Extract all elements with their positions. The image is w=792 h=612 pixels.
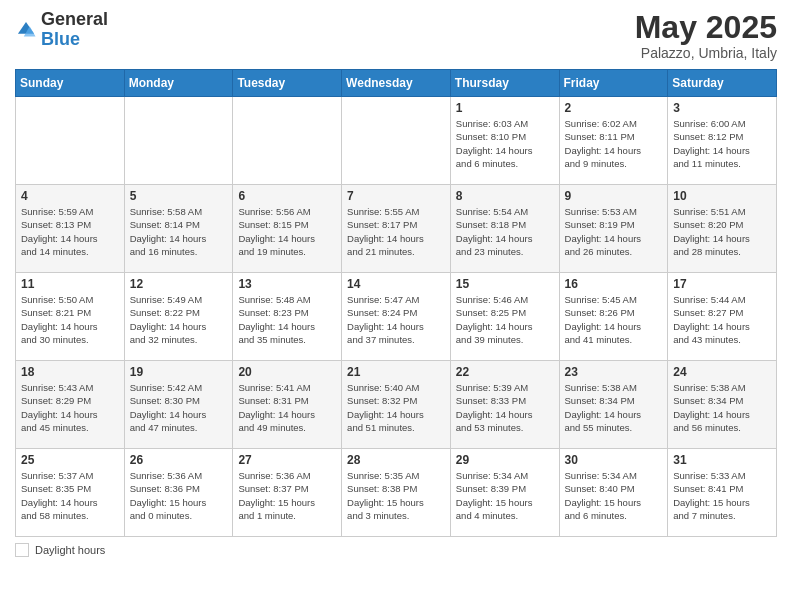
day-info: Sunrise: 5:42 AM Sunset: 8:30 PM Dayligh… — [130, 381, 228, 434]
day-number: 25 — [21, 453, 119, 467]
day-info: Sunrise: 5:39 AM Sunset: 8:33 PM Dayligh… — [456, 381, 554, 434]
day-cell: 22Sunrise: 5:39 AM Sunset: 8:33 PM Dayli… — [450, 361, 559, 449]
day-number: 17 — [673, 277, 771, 291]
day-cell: 28Sunrise: 5:35 AM Sunset: 8:38 PM Dayli… — [342, 449, 451, 537]
col-monday: Monday — [124, 70, 233, 97]
day-number: 22 — [456, 365, 554, 379]
day-number: 4 — [21, 189, 119, 203]
day-info: Sunrise: 5:46 AM Sunset: 8:25 PM Dayligh… — [456, 293, 554, 346]
day-number: 2 — [565, 101, 663, 115]
day-info: Sunrise: 5:35 AM Sunset: 8:38 PM Dayligh… — [347, 469, 445, 522]
day-number: 3 — [673, 101, 771, 115]
day-number: 5 — [130, 189, 228, 203]
day-cell: 8Sunrise: 5:54 AM Sunset: 8:18 PM Daylig… — [450, 185, 559, 273]
day-info: Sunrise: 5:47 AM Sunset: 8:24 PM Dayligh… — [347, 293, 445, 346]
day-cell: 10Sunrise: 5:51 AM Sunset: 8:20 PM Dayli… — [668, 185, 777, 273]
day-number: 12 — [130, 277, 228, 291]
day-info: Sunrise: 5:34 AM Sunset: 8:39 PM Dayligh… — [456, 469, 554, 522]
header: General Blue May 2025 Palazzo, Umbria, I… — [15, 10, 777, 61]
day-cell: 5Sunrise: 5:58 AM Sunset: 8:14 PM Daylig… — [124, 185, 233, 273]
day-cell: 6Sunrise: 5:56 AM Sunset: 8:15 PM Daylig… — [233, 185, 342, 273]
day-number: 24 — [673, 365, 771, 379]
day-cell: 17Sunrise: 5:44 AM Sunset: 8:27 PM Dayli… — [668, 273, 777, 361]
col-saturday: Saturday — [668, 70, 777, 97]
day-info: Sunrise: 5:59 AM Sunset: 8:13 PM Dayligh… — [21, 205, 119, 258]
daylight-box-icon — [15, 543, 29, 557]
day-cell: 15Sunrise: 5:46 AM Sunset: 8:25 PM Dayli… — [450, 273, 559, 361]
day-number: 18 — [21, 365, 119, 379]
header-row: Sunday Monday Tuesday Wednesday Thursday… — [16, 70, 777, 97]
day-cell: 25Sunrise: 5:37 AM Sunset: 8:35 PM Dayli… — [16, 449, 125, 537]
day-number: 19 — [130, 365, 228, 379]
day-cell: 21Sunrise: 5:40 AM Sunset: 8:32 PM Dayli… — [342, 361, 451, 449]
title-block: May 2025 Palazzo, Umbria, Italy — [635, 10, 777, 61]
day-cell: 29Sunrise: 5:34 AM Sunset: 8:39 PM Dayli… — [450, 449, 559, 537]
month-title: May 2025 — [635, 10, 777, 45]
day-cell: 24Sunrise: 5:38 AM Sunset: 8:34 PM Dayli… — [668, 361, 777, 449]
day-info: Sunrise: 5:53 AM Sunset: 8:19 PM Dayligh… — [565, 205, 663, 258]
week-row-2: 4Sunrise: 5:59 AM Sunset: 8:13 PM Daylig… — [16, 185, 777, 273]
day-cell: 26Sunrise: 5:36 AM Sunset: 8:36 PM Dayli… — [124, 449, 233, 537]
day-info: Sunrise: 5:40 AM Sunset: 8:32 PM Dayligh… — [347, 381, 445, 434]
day-number: 13 — [238, 277, 336, 291]
day-cell: 7Sunrise: 5:55 AM Sunset: 8:17 PM Daylig… — [342, 185, 451, 273]
day-info: Sunrise: 6:02 AM Sunset: 8:11 PM Dayligh… — [565, 117, 663, 170]
day-number: 28 — [347, 453, 445, 467]
day-number: 9 — [565, 189, 663, 203]
day-info: Sunrise: 5:36 AM Sunset: 8:36 PM Dayligh… — [130, 469, 228, 522]
day-info: Sunrise: 5:58 AM Sunset: 8:14 PM Dayligh… — [130, 205, 228, 258]
day-cell: 4Sunrise: 5:59 AM Sunset: 8:13 PM Daylig… — [16, 185, 125, 273]
day-number: 31 — [673, 453, 771, 467]
day-cell: 30Sunrise: 5:34 AM Sunset: 8:40 PM Dayli… — [559, 449, 668, 537]
logo-text: General Blue — [41, 10, 108, 50]
footer: Daylight hours — [15, 543, 777, 557]
daylight-label: Daylight hours — [35, 544, 105, 556]
day-cell: 18Sunrise: 5:43 AM Sunset: 8:29 PM Dayli… — [16, 361, 125, 449]
day-number: 1 — [456, 101, 554, 115]
day-cell: 9Sunrise: 5:53 AM Sunset: 8:19 PM Daylig… — [559, 185, 668, 273]
day-info: Sunrise: 5:51 AM Sunset: 8:20 PM Dayligh… — [673, 205, 771, 258]
col-friday: Friday — [559, 70, 668, 97]
col-wednesday: Wednesday — [342, 70, 451, 97]
day-cell: 3Sunrise: 6:00 AM Sunset: 8:12 PM Daylig… — [668, 97, 777, 185]
col-thursday: Thursday — [450, 70, 559, 97]
day-info: Sunrise: 5:38 AM Sunset: 8:34 PM Dayligh… — [673, 381, 771, 434]
calendar-body: 1Sunrise: 6:03 AM Sunset: 8:10 PM Daylig… — [16, 97, 777, 537]
week-row-3: 11Sunrise: 5:50 AM Sunset: 8:21 PM Dayli… — [16, 273, 777, 361]
page: General Blue May 2025 Palazzo, Umbria, I… — [0, 0, 792, 612]
day-number: 16 — [565, 277, 663, 291]
day-info: Sunrise: 5:43 AM Sunset: 8:29 PM Dayligh… — [21, 381, 119, 434]
day-cell: 16Sunrise: 5:45 AM Sunset: 8:26 PM Dayli… — [559, 273, 668, 361]
logo-blue: Blue — [41, 29, 80, 49]
day-cell — [233, 97, 342, 185]
day-info: Sunrise: 5:55 AM Sunset: 8:17 PM Dayligh… — [347, 205, 445, 258]
day-info: Sunrise: 5:37 AM Sunset: 8:35 PM Dayligh… — [21, 469, 119, 522]
day-info: Sunrise: 5:50 AM Sunset: 8:21 PM Dayligh… — [21, 293, 119, 346]
location-subtitle: Palazzo, Umbria, Italy — [635, 45, 777, 61]
day-number: 7 — [347, 189, 445, 203]
logo-icon — [15, 19, 37, 41]
col-tuesday: Tuesday — [233, 70, 342, 97]
day-number: 23 — [565, 365, 663, 379]
day-info: Sunrise: 5:56 AM Sunset: 8:15 PM Dayligh… — [238, 205, 336, 258]
day-number: 11 — [21, 277, 119, 291]
day-cell: 12Sunrise: 5:49 AM Sunset: 8:22 PM Dayli… — [124, 273, 233, 361]
day-number: 14 — [347, 277, 445, 291]
day-cell: 13Sunrise: 5:48 AM Sunset: 8:23 PM Dayli… — [233, 273, 342, 361]
day-number: 27 — [238, 453, 336, 467]
day-info: Sunrise: 5:34 AM Sunset: 8:40 PM Dayligh… — [565, 469, 663, 522]
day-info: Sunrise: 5:48 AM Sunset: 8:23 PM Dayligh… — [238, 293, 336, 346]
day-info: Sunrise: 5:33 AM Sunset: 8:41 PM Dayligh… — [673, 469, 771, 522]
day-number: 20 — [238, 365, 336, 379]
day-info: Sunrise: 5:54 AM Sunset: 8:18 PM Dayligh… — [456, 205, 554, 258]
day-number: 10 — [673, 189, 771, 203]
week-row-5: 25Sunrise: 5:37 AM Sunset: 8:35 PM Dayli… — [16, 449, 777, 537]
day-cell — [16, 97, 125, 185]
day-cell: 20Sunrise: 5:41 AM Sunset: 8:31 PM Dayli… — [233, 361, 342, 449]
day-cell: 2Sunrise: 6:02 AM Sunset: 8:11 PM Daylig… — [559, 97, 668, 185]
day-info: Sunrise: 5:38 AM Sunset: 8:34 PM Dayligh… — [565, 381, 663, 434]
week-row-1: 1Sunrise: 6:03 AM Sunset: 8:10 PM Daylig… — [16, 97, 777, 185]
day-info: Sunrise: 6:00 AM Sunset: 8:12 PM Dayligh… — [673, 117, 771, 170]
day-cell: 19Sunrise: 5:42 AM Sunset: 8:30 PM Dayli… — [124, 361, 233, 449]
calendar-table: Sunday Monday Tuesday Wednesday Thursday… — [15, 69, 777, 537]
